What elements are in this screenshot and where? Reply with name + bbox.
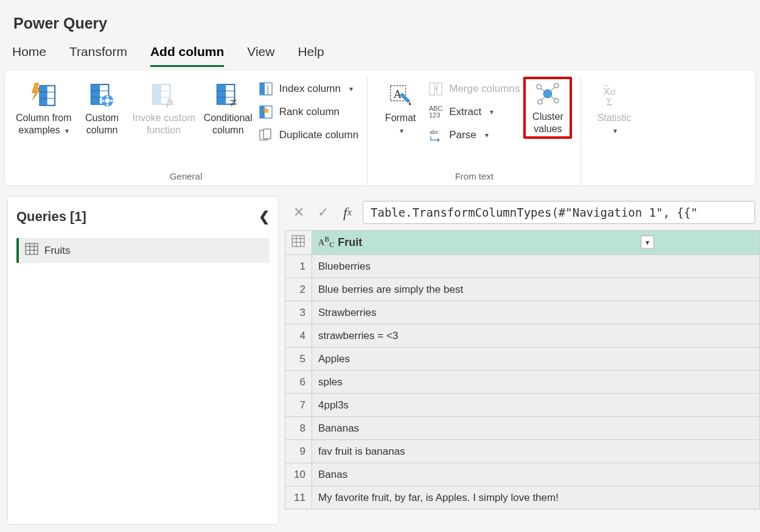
- query-item-fruits[interactable]: Fruits: [16, 238, 270, 263]
- table-row[interactable]: 74ppl3s: [285, 394, 760, 417]
- cell-value[interactable]: Apples: [312, 348, 760, 371]
- column-header-fruit[interactable]: ABC Fruit ▼: [312, 231, 760, 255]
- table-row[interactable]: 1Blueberries: [285, 255, 760, 278]
- custom-column-button[interactable]: Custom column: [78, 77, 127, 136]
- table-row[interactable]: 5Apples: [285, 348, 760, 371]
- cell-value[interactable]: Blueberries: [312, 255, 760, 278]
- formula-input[interactable]: [363, 201, 755, 224]
- conditional-column-button[interactable]: ≠ Conditional column: [201, 77, 255, 136]
- text-type-icon: ABC: [318, 236, 334, 249]
- row-number[interactable]: 6: [285, 371, 312, 394]
- column-filter-button[interactable]: ▼: [641, 236, 654, 249]
- invoke-function-icon: fx: [150, 82, 177, 108]
- extract-label: Extract: [449, 106, 481, 118]
- row-number[interactable]: 3: [285, 301, 312, 324]
- svg-rect-1: [40, 86, 47, 106]
- svg-point-42: [538, 100, 543, 105]
- from-text-small-buttons: Merge columns ABC123 Extract ▾ abc Parse…: [428, 77, 520, 142]
- menu-add-column[interactable]: Add column: [150, 41, 224, 67]
- accept-formula-button[interactable]: ✓: [314, 203, 332, 222]
- custom-column-label: Custom column: [85, 112, 119, 136]
- extract-icon: ABC123: [428, 105, 443, 119]
- group-label-general: General: [13, 169, 358, 185]
- cell-value[interactable]: strawberries = <3: [312, 324, 760, 348]
- svg-rect-32: [430, 83, 434, 95]
- table-row[interactable]: 11My favorite fruit, by far, is Apples. …: [285, 486, 760, 509]
- duplicate-column-icon: [259, 128, 273, 142]
- table-row[interactable]: 4strawberries = <3: [285, 324, 760, 348]
- statistics-icon: X̄σΣ: [601, 82, 627, 108]
- svg-text:abc: abc: [430, 129, 439, 135]
- invoke-custom-function-button: fx Invoke custom function: [130, 77, 198, 136]
- index-column-button[interactable]: 123 Index column ▾: [259, 82, 358, 96]
- queries-title: Queries [1]: [16, 209, 86, 225]
- row-number[interactable]: 5: [285, 348, 312, 371]
- cancel-formula-button[interactable]: ✕: [290, 203, 308, 222]
- parse-button[interactable]: abc Parse ▾: [428, 128, 520, 142]
- svg-rect-33: [437, 83, 442, 95]
- menu-transform[interactable]: Transform: [69, 41, 127, 67]
- chevron-down-icon: ▾: [613, 127, 617, 135]
- extract-button[interactable]: ABC123 Extract ▾: [428, 105, 520, 119]
- menu-view[interactable]: View: [247, 41, 274, 67]
- cell-value[interactable]: Strawberries: [312, 301, 760, 324]
- row-number[interactable]: 8: [285, 417, 312, 440]
- svg-point-43: [554, 99, 559, 103]
- cluster-values-button[interactable]: Cluster values: [523, 77, 572, 139]
- rank-column-label: Rank column: [279, 106, 340, 118]
- lightning-table-icon: [30, 82, 57, 108]
- format-button[interactable]: A Format▾: [376, 77, 425, 136]
- ribbon-group-statistics: X̄σΣ Statistic▾: [581, 77, 647, 185]
- formula-bar: ✕ ✓ fx: [285, 196, 760, 230]
- cell-value[interactable]: sples: [312, 371, 760, 394]
- cell-value[interactable]: 4ppl3s: [312, 394, 760, 417]
- row-number[interactable]: 7: [285, 394, 312, 417]
- duplicate-column-button[interactable]: Duplicate column: [259, 128, 358, 142]
- ribbon: Column from examples ▾ Custom column: [5, 71, 755, 185]
- menu-home[interactable]: Home: [12, 41, 46, 67]
- svg-rect-46: [26, 243, 38, 254]
- table-row[interactable]: 2Blue berries are simply the best: [285, 278, 760, 301]
- row-number[interactable]: 9: [285, 440, 312, 463]
- index-column-label: Index column: [279, 83, 341, 95]
- svg-point-39: [544, 89, 552, 97]
- row-number[interactable]: 2: [285, 278, 312, 301]
- table-row[interactable]: 6sples: [285, 371, 760, 394]
- svg-text:A: A: [394, 88, 402, 100]
- cell-value[interactable]: Blue berries are simply the best: [312, 278, 760, 301]
- svg-point-40: [537, 85, 542, 89]
- rank-column-icon: [259, 105, 273, 119]
- query-item-label: Fruits: [44, 245, 71, 257]
- format-label: Format▾: [385, 112, 416, 136]
- table-row[interactable]: 10Banas: [285, 463, 760, 486]
- row-number[interactable]: 1: [285, 255, 312, 278]
- table-row[interactable]: 8Bananas: [285, 417, 760, 440]
- table-row[interactable]: 3Strawberries: [285, 301, 760, 324]
- row-number[interactable]: 11: [285, 486, 312, 509]
- cell-value[interactable]: Banas: [312, 463, 760, 486]
- rank-column-button[interactable]: Rank column: [259, 105, 358, 119]
- group-label-from-text: From text: [376, 169, 572, 185]
- svg-text:3: 3: [267, 91, 269, 96]
- invoke-function-label: Invoke custom function: [133, 112, 195, 136]
- select-all-cell[interactable]: [285, 231, 312, 255]
- svg-rect-29: [263, 129, 271, 139]
- table-row[interactable]: 9fav fruit is bananas: [285, 440, 760, 463]
- index-column-icon: 123: [259, 82, 273, 96]
- row-number[interactable]: 10: [285, 463, 312, 486]
- merge-columns-button: Merge columns: [428, 82, 520, 96]
- general-small-buttons: 123 Index column ▾ Rank column Duplicate…: [259, 77, 358, 142]
- chevron-down-icon: ▾: [400, 127, 403, 135]
- ribbon-group-from-text: A Format▾ Merge columns ABC123 Extract: [368, 77, 581, 185]
- row-number[interactable]: 4: [285, 324, 312, 348]
- cell-value[interactable]: Bananas: [312, 417, 760, 440]
- collapse-panel-button[interactable]: ❮: [259, 209, 270, 225]
- column-from-examples-button[interactable]: Column from examples ▾: [13, 77, 74, 136]
- fx-icon: fx: [338, 203, 357, 222]
- column-from-examples-label: Column from examples ▾: [16, 112, 72, 136]
- cell-value[interactable]: fav fruit is bananas: [312, 440, 760, 463]
- svg-text:X̄σ: X̄σ: [603, 85, 616, 97]
- cell-value[interactable]: My favorite fruit, by far, is Apples. I …: [312, 486, 760, 509]
- menu-help[interactable]: Help: [298, 41, 324, 67]
- statistics-button[interactable]: X̄σΣ Statistic▾: [590, 77, 638, 136]
